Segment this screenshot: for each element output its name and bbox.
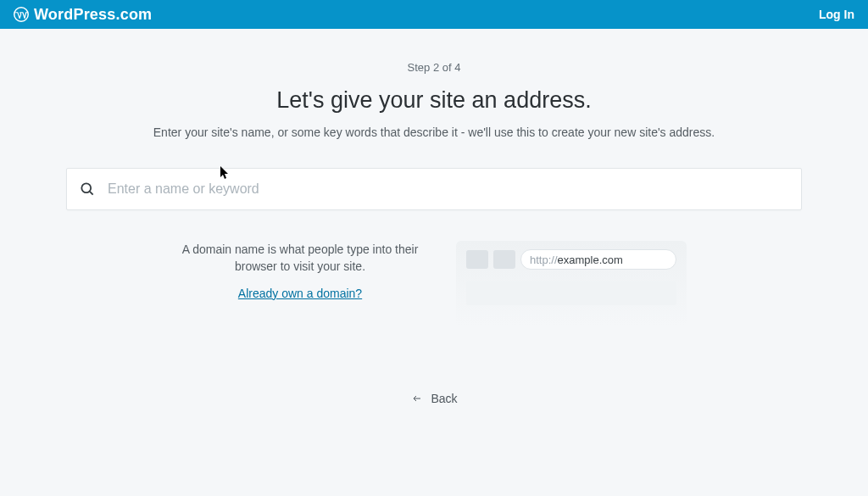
browser-tab xyxy=(466,250,488,269)
domain-description: A domain name is what people type into t… xyxy=(181,241,419,276)
info-text-block: A domain name is what people type into t… xyxy=(181,241,419,301)
domain-search-input[interactable] xyxy=(108,181,789,197)
browser-body xyxy=(466,281,676,305)
browser-tab xyxy=(493,250,515,269)
browser-mock: http://example.com xyxy=(456,241,687,327)
login-link[interactable]: Log In xyxy=(819,8,854,21)
back-arrow-icon xyxy=(410,393,424,404)
info-row: A domain name is what people type into t… xyxy=(0,241,868,327)
brand-text: WordPress.com xyxy=(34,6,152,24)
page-subtitle: Enter your site's name, or some key word… xyxy=(0,125,868,139)
address-domain: example.com xyxy=(558,254,623,266)
svg-line-2 xyxy=(90,192,93,195)
page-title: Let's give your site an address. xyxy=(0,87,868,114)
wordpress-icon xyxy=(14,7,29,22)
top-header: WordPress.com Log In xyxy=(0,0,868,29)
address-protocol: http:// xyxy=(530,254,558,266)
back-label: Back xyxy=(431,392,457,405)
back-button[interactable]: Back xyxy=(0,392,868,405)
svg-point-1 xyxy=(81,183,91,192)
brand-logo[interactable]: WordPress.com xyxy=(14,6,152,24)
step-indicator: Step 2 of 4 xyxy=(0,61,868,74)
domain-search-box[interactable] xyxy=(66,168,802,210)
browser-address-bar: http://example.com xyxy=(520,249,676,270)
search-icon xyxy=(79,181,96,198)
already-own-domain-link[interactable]: Already own a domain? xyxy=(238,287,362,300)
main-content: Step 2 of 4 Let's give your site an addr… xyxy=(0,29,868,405)
browser-top-bar: http://example.com xyxy=(466,249,676,270)
